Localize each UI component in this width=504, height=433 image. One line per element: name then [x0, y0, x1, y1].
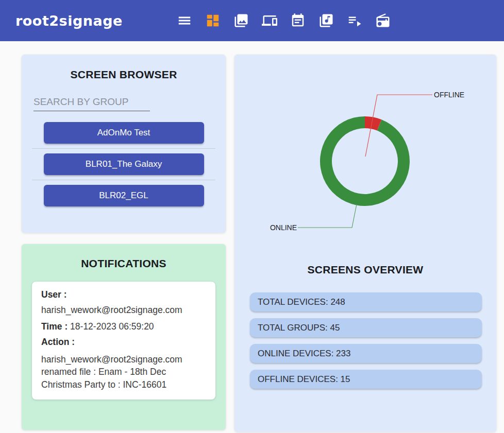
playlist-play-icon[interactable] — [347, 13, 362, 28]
group-button-blr01-the-galaxy[interactable]: BLR01_The Galaxy — [44, 153, 204, 175]
online-chart-label: ONLINE — [270, 223, 297, 232]
online-callout-line — [298, 204, 357, 228]
event-note-icon[interactable] — [290, 13, 306, 28]
stats-list: TOTAL DEVICES: 248 TOTAL GROUPS: 45 ONLI… — [234, 292, 496, 389]
group-divider — [32, 148, 215, 149]
notification-time-row: Time : 18-12-2023 06:59:20 — [41, 320, 206, 333]
stat-total-devices: TOTAL DEVICES: 248 — [250, 292, 482, 311]
dashboard-icon[interactable] — [205, 13, 221, 28]
left-column: SCREEN BROWSER AdOnMo Test BLR01_The Gal… — [22, 55, 226, 430]
devices-donut-chart: OFFLINE ONLINE — [234, 55, 496, 261]
search-by-group-field — [33, 95, 150, 111]
notifications-panel: NOTIFICATIONS User : harish_wework@root2… — [22, 244, 226, 430]
screen-browser-title: SCREEN BROWSER — [22, 68, 226, 81]
screens-overview-title: SCREENS OVERVIEW — [234, 264, 496, 276]
notification-user-value: harish_wework@root2signage.com — [41, 304, 206, 317]
notification-action-label: Action : — [41, 336, 206, 349]
library-music-icon[interactable] — [318, 13, 334, 28]
main-content: SCREEN BROWSER AdOnMo Test BLR01_The Gal… — [0, 41, 504, 432]
notification-card: User : harish_wework@root2signage.com Ti… — [32, 282, 215, 400]
brand-logo: root2signage — [15, 13, 123, 29]
group-list: AdOnMo Test BLR01_The Galaxy BLR02_EGL — [22, 122, 226, 206]
stat-online-devices: ONLINE DEVICES: 233 — [250, 344, 482, 363]
photo-library-icon[interactable] — [233, 13, 249, 28]
offline-chart-label: OFFLINE — [434, 91, 464, 99]
notification-action-value: harish_wework@root2signage.com renamed f… — [41, 353, 206, 392]
devices-icon[interactable] — [262, 13, 277, 28]
navbar-icon-menu — [177, 13, 391, 28]
screens-overview-panel: OFFLINE ONLINE SCREENS OVERVIEW TOTAL DE… — [234, 55, 496, 432]
group-button-blr02-egl[interactable]: BLR02_EGL — [44, 185, 204, 206]
search-by-group-input[interactable] — [33, 95, 150, 111]
donut-slice-online[interactable] — [320, 116, 410, 206]
menu-icon[interactable] — [177, 13, 192, 28]
notification-time-value: 18-12-2023 06:59:20 — [70, 321, 154, 332]
top-navbar: root2signage — [0, 0, 504, 41]
radio-icon[interactable] — [375, 13, 391, 28]
right-column: OFFLINE ONLINE SCREENS OVERVIEW TOTAL DE… — [234, 55, 496, 432]
notification-user-label: User : — [41, 288, 206, 301]
notification-time-label: Time : — [41, 321, 68, 332]
stat-offline-devices: OFFLINE DEVICES: 15 — [250, 370, 482, 389]
notifications-title: NOTIFICATIONS — [22, 257, 226, 270]
screen-browser-panel: SCREEN BROWSER AdOnMo Test BLR01_The Gal… — [22, 55, 226, 233]
group-divider — [32, 180, 215, 180]
stat-total-groups: TOTAL GROUPS: 45 — [250, 318, 482, 337]
group-button-adonmo-test[interactable]: AdOnMo Test — [44, 122, 204, 144]
